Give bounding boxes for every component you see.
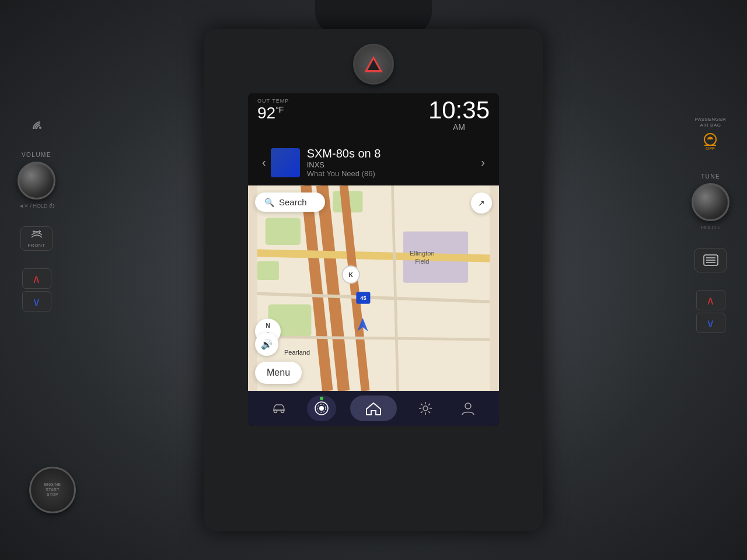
map-svg: K 45 Ellington Field (248, 186, 499, 391)
temp-value: 92°F (257, 104, 289, 123)
console-bottom-row (248, 432, 499, 436)
svg-point-28 (39, 127, 41, 129)
search-icon: 🔍 (264, 198, 274, 207)
nav-down-button[interactable]: ∨ (22, 291, 51, 312)
screen-bottom-nav (248, 391, 499, 426)
radio-station-name: SXM-80s on 8 (307, 147, 470, 160)
volume-mute-label: ◄✕ / HOLD ⏻ (19, 203, 54, 209)
infotainment-screen: OUT TEMP 92°F 10:35 AM ‹ SXM-80s on 8 (248, 93, 499, 426)
nav-item-profile[interactable] (453, 396, 483, 421)
right-nav-arrows: ∧ ∨ (696, 290, 725, 333)
right-nav-up-button[interactable]: ∧ (696, 290, 725, 310)
nav-home-wrapper (350, 396, 397, 421)
time-ampm: AM (453, 123, 465, 132)
defrost-icon-svg (30, 229, 43, 240)
nav-up-button[interactable]: ∧ (22, 268, 51, 289)
nav-car-wrapper (264, 396, 294, 421)
down-arrow-icon: ∨ (32, 295, 41, 309)
radio-album-art (271, 148, 300, 177)
screen-topbar: OUT TEMP 92°F 10:35 AM (248, 93, 499, 140)
passenger-airbag-label: PASSENGERAIR BAG (695, 117, 727, 128)
map-volume-button[interactable]: 🔊 (255, 332, 278, 356)
svg-line-8 (257, 253, 490, 258)
hazard-triangle-icon (364, 56, 383, 72)
radio-nav-row: ‹ SXM-80s on 8 INXS What You Need (86) › (257, 147, 490, 178)
right-down-arrow-icon: ∨ (706, 316, 715, 330)
hazard-button[interactable] (353, 44, 394, 85)
svg-rect-2 (266, 218, 301, 245)
left-nav-arrows: ∧ ∨ (22, 268, 51, 312)
car-icon (271, 402, 287, 415)
tune-hold-label: HOLD ♪ (701, 225, 720, 230)
rear-defroster-button[interactable] (694, 248, 727, 272)
left-controls-panel: VOLUME ◄✕ / HOLD ⏻ FRONT (18, 117, 55, 312)
engine-start-stop-button[interactable]: ENGINESTARTSTOP (29, 467, 76, 513)
nfc-symbol (29, 117, 45, 134)
temperature-section: OUT TEMP 92°F (257, 98, 289, 123)
svg-point-24 (319, 406, 324, 411)
map-section[interactable]: K 45 Ellington Field 🔍 Search (248, 186, 499, 391)
rear-defroster-icon (703, 254, 719, 267)
tune-knob[interactable] (692, 183, 729, 221)
svg-text:Ellington: Ellington (410, 250, 435, 257)
nav-profile-wrapper (453, 396, 483, 421)
nfc-icon (28, 117, 46, 134)
tune-label: TUNE (701, 173, 720, 180)
center-console: OUT TEMP 92°F 10:35 AM ‹ SXM-80s on 8 (204, 29, 543, 531)
passenger-airbag-section: PASSENGERAIR BAG OFF (695, 117, 727, 156)
right-nav-down-button[interactable]: ∨ (696, 313, 725, 333)
radio-prev-button[interactable]: ‹ (257, 156, 271, 169)
svg-text:45: 45 (360, 295, 366, 301)
nav-item-home[interactable] (350, 396, 397, 421)
up-arrow-icon: ∧ (32, 272, 41, 286)
map-search-bar[interactable]: 🔍 Search (255, 192, 325, 212)
nav-item-settings[interactable] (411, 396, 440, 421)
volume-knob[interactable] (18, 162, 55, 200)
settings-icon (418, 401, 433, 416)
engine-button-label: ENGINESTARTSTOP (44, 482, 61, 497)
menu-button-label: Menu (267, 368, 290, 377)
expand-icon: ↗ (478, 198, 485, 208)
svg-point-26 (423, 406, 428, 411)
right-controls-panel: PASSENGERAIR BAG OFF TUNE HOLD ♪ (692, 117, 729, 333)
nav-settings-wrapper (411, 396, 440, 421)
search-text: Search (279, 197, 307, 207)
front-label: FRONT (27, 243, 45, 248)
svg-rect-4 (257, 261, 279, 280)
profile-icon (460, 401, 476, 416)
front-defrost-icon (30, 229, 43, 242)
volume-icon: 🔊 (261, 339, 273, 350)
radio-artist-name: INXS (307, 160, 470, 169)
airbag-status-icon: OFF (699, 130, 722, 156)
map-menu-button[interactable]: Menu (255, 362, 302, 384)
time-section: 10:35 AM (428, 98, 490, 132)
right-up-arrow-icon: ∧ (706, 293, 715, 307)
nav-audio-wrapper (307, 396, 336, 421)
volume-label: VOLUME (22, 152, 51, 158)
airbag-icon-svg: OFF (699, 130, 722, 151)
front-defrost-control: FRONT (20, 226, 53, 251)
map-expand-button[interactable]: ↗ (471, 192, 492, 214)
svg-text:OFF: OFF (706, 146, 715, 151)
volume-control: VOLUME ◄✕ / HOLD ⏻ (18, 152, 55, 209)
audio-icon (314, 401, 329, 416)
radio-info: SXM-80s on 8 INXS What You Need (86) (300, 147, 477, 178)
front-defrost-button[interactable]: FRONT (20, 226, 53, 251)
svg-text:K: K (348, 272, 353, 278)
compass-north-label: N (266, 323, 270, 329)
tune-control: TUNE HOLD ♪ (692, 173, 729, 230)
nav-item-car[interactable] (264, 396, 294, 421)
controls-top-row (213, 41, 534, 88)
dashboard: OUT TEMP 92°F 10:35 AM ‹ SXM-80s on 8 (0, 0, 747, 560)
home-icon (365, 401, 382, 416)
location-label: Pearland (284, 349, 310, 356)
svg-rect-0 (257, 186, 490, 391)
radio-bar: ‹ SXM-80s on 8 INXS What You Need (86) › (248, 140, 499, 186)
temp-label: OUT TEMP (257, 98, 289, 104)
svg-text:Field: Field (415, 258, 429, 265)
svg-point-27 (465, 403, 471, 409)
time-display: 10:35 (428, 98, 490, 123)
radio-next-button[interactable]: › (476, 156, 490, 169)
radio-song-title: What You Need (86) (307, 169, 470, 178)
active-indicator-dot (320, 397, 323, 400)
